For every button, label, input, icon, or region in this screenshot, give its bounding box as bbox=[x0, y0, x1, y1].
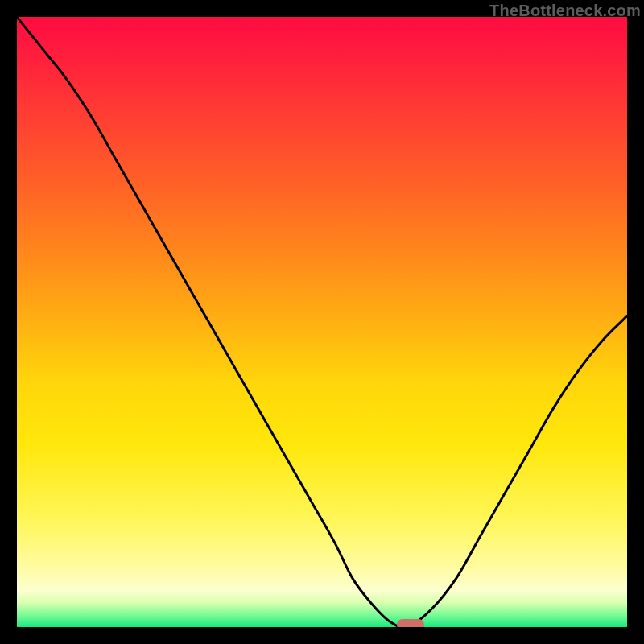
watermark-text: TheBottleneck.com bbox=[489, 2, 641, 20]
plot-area bbox=[17, 17, 627, 627]
chart-frame: TheBottleneck.com bbox=[0, 0, 644, 644]
bottleneck-curve bbox=[17, 17, 627, 627]
optimal-marker bbox=[397, 619, 424, 627]
